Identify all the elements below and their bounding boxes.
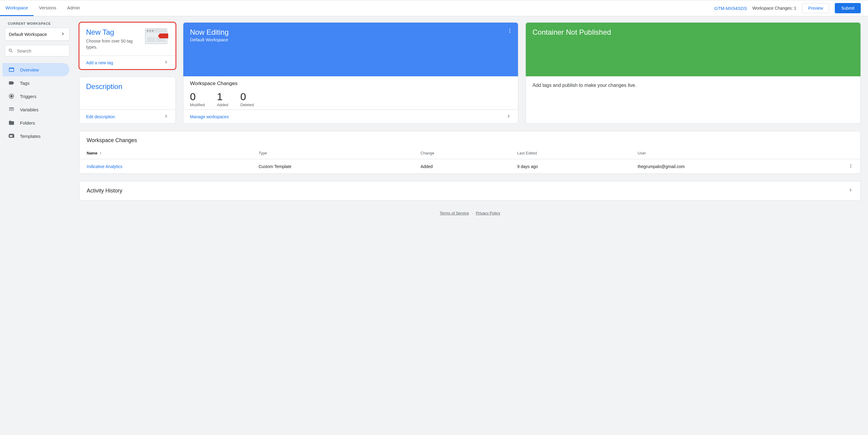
description-title: Description <box>86 82 122 102</box>
folder-icon <box>8 120 14 126</box>
now-editing-card: Now Editing Default Workspace Workspace … <box>183 22 518 124</box>
manage-workspaces-label: Manage workspaces <box>190 114 229 119</box>
edit-description-action[interactable]: Edit description <box>80 109 176 123</box>
stat-added: 1 Added <box>217 91 228 107</box>
workspace-selector-name: Default Workspace <box>9 32 47 37</box>
sidebar-item-overview[interactable]: Overview <box>2 63 69 76</box>
sidebar-item-triggers[interactable]: Triggers <box>2 90 69 103</box>
now-editing-menu-icon[interactable] <box>507 28 513 34</box>
sidebar-item-label: Variables <box>20 107 38 112</box>
row-change: Added <box>413 159 510 174</box>
not-published-body: Add tags and publish to make your change… <box>526 76 861 94</box>
svg-point-10 <box>850 164 851 165</box>
sidebar-nav: Overview Tags Triggers Variables Folders… <box>2 63 69 143</box>
col-change[interactable]: Change <box>413 147 510 159</box>
svg-point-8 <box>509 30 510 31</box>
row-menu-icon[interactable] <box>841 159 861 174</box>
workspace-changes-header: Workspace Changes <box>183 76 518 87</box>
sidebar-item-folders[interactable]: Folders <box>2 116 69 129</box>
stat-added-value: 1 <box>217 91 228 103</box>
tab-admin[interactable]: Admin <box>62 0 86 16</box>
stat-deleted-label: Deleted <box>240 103 254 107</box>
template-icon <box>8 133 14 139</box>
row-type: Custom Template <box>251 159 413 174</box>
sidebar-item-label: Overview <box>20 67 39 72</box>
preview-button[interactable]: Preview <box>802 3 830 13</box>
svg-rect-5 <box>147 37 155 42</box>
sidebar-item-templates[interactable]: Templates <box>2 129 69 143</box>
sidebar: CURRENT WORKSPACE Default Workspace Over… <box>0 16 72 225</box>
svg-point-9 <box>509 32 510 33</box>
footer: Terms of Service · Privacy Policy <box>79 210 861 222</box>
stat-deleted: 0 Deleted <box>240 91 254 107</box>
col-last-edited[interactable]: Last Edited <box>510 147 630 159</box>
workspace-changes-table-card: Workspace Changes Name ↑ Type Change Las… <box>79 131 861 174</box>
sidebar-item-tags[interactable]: Tags <box>2 76 69 90</box>
top-tabs: Workspace Versions Admin <box>0 0 86 16</box>
manage-workspaces-action[interactable]: Manage workspaces <box>183 109 518 123</box>
submit-button[interactable]: Submit <box>835 3 861 13</box>
browser-tag-icon <box>145 28 169 45</box>
search-icon <box>8 48 13 54</box>
col-user[interactable]: User <box>630 147 841 159</box>
sidebar-item-variables[interactable]: Variables <box>2 103 69 116</box>
sort-asc-icon: ↑ <box>100 151 102 155</box>
stat-deleted-value: 0 <box>240 91 254 103</box>
col-type[interactable]: Type <box>251 147 413 159</box>
svg-point-11 <box>850 166 851 167</box>
row-user: thegrumpalo@gmail.com <box>630 159 841 174</box>
sidebar-item-label: Tags <box>20 80 30 86</box>
content-area: New Tag Choose from over 50 tag types. A… <box>72 16 868 225</box>
activity-history-title: Activity History <box>87 188 122 194</box>
not-published-title: Container Not Published <box>532 28 854 36</box>
table-row[interactable]: Indicative Analytics Custom Template Add… <box>80 159 861 174</box>
col-name-label: Name <box>87 151 97 155</box>
col-name[interactable]: Name ↑ <box>80 147 251 159</box>
now-editing-title: Now Editing <box>190 28 511 36</box>
search-box[interactable] <box>5 45 69 57</box>
current-workspace-label: CURRENT WORKSPACE <box>2 22 69 28</box>
svg-point-12 <box>850 167 851 168</box>
container-id[interactable]: GTM-MX94SDS <box>714 6 747 11</box>
workspace-selector[interactable]: Default Workspace <box>5 28 69 41</box>
top-actions: GTM-MX94SDS Workspace Changes: 1 Preview… <box>714 3 861 13</box>
chevron-right-icon <box>163 60 169 66</box>
chevron-right-icon <box>163 113 169 120</box>
privacy-link[interactable]: Privacy Policy <box>476 211 500 215</box>
add-new-tag-action[interactable]: Add a new tag <box>80 56 176 69</box>
svg-point-3 <box>150 30 151 32</box>
new-tag-subtitle: Choose from over 50 tag types. <box>86 38 140 50</box>
workspace-changes-table: Name ↑ Type Change Last Edited User Indi… <box>80 147 861 173</box>
terms-link[interactable]: Terms of Service <box>440 211 469 215</box>
new-tag-card[interactable]: New Tag Choose from over 50 tag types. A… <box>79 22 176 69</box>
stat-added-label: Added <box>217 103 228 107</box>
trigger-icon <box>8 93 14 99</box>
sidebar-item-label: Templates <box>20 134 40 139</box>
description-card[interactable]: Description Edit description <box>79 77 176 124</box>
chevron-right-icon <box>506 113 511 120</box>
row-name[interactable]: Indicative Analytics <box>80 159 251 174</box>
add-new-tag-label: Add a new tag <box>86 60 113 65</box>
svg-rect-1 <box>145 29 167 33</box>
top-bar: Workspace Versions Admin GTM-MX94SDS Wor… <box>0 0 868 16</box>
workspace-changes-count: Workspace Changes: 1 <box>752 6 796 10</box>
separator-dot: · <box>472 211 473 215</box>
search-input[interactable] <box>17 48 66 54</box>
svg-point-7 <box>509 29 510 30</box>
stat-modified-value: 0 <box>190 91 205 103</box>
now-editing-subtitle: Default Workspace <box>190 37 511 42</box>
chevron-right-icon <box>60 31 65 37</box>
activity-history-card[interactable]: Activity History <box>79 181 861 201</box>
cards-row-top: New Tag Choose from over 50 tag types. A… <box>79 22 861 124</box>
tab-workspace[interactable]: Workspace <box>0 0 33 16</box>
row-edited: 9 days ago <box>510 159 630 174</box>
stats-row: 0 Modified 1 Added 0 Deleted <box>183 87 518 109</box>
container-not-published-card: Container Not Published Add tags and pub… <box>526 22 861 124</box>
stat-modified: 0 Modified <box>190 91 205 107</box>
sidebar-item-label: Folders <box>20 120 35 126</box>
tab-versions[interactable]: Versions <box>33 0 62 16</box>
sidebar-item-label: Triggers <box>20 94 36 99</box>
stat-modified-label: Modified <box>190 103 205 107</box>
overview-icon <box>8 67 14 73</box>
svg-point-4 <box>152 30 153 32</box>
